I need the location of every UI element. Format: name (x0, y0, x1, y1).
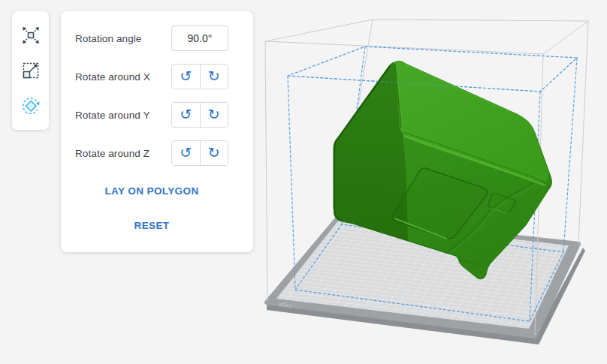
rotate-tool-button[interactable] (18, 93, 44, 119)
rotate-x-cw-button[interactable]: ↻ (201, 65, 228, 89)
rotate-z-ccw-button[interactable]: ↺ (172, 141, 201, 165)
rotate-z-cw-button[interactable]: ↻ (201, 141, 228, 165)
rotate-z-buttons: ↺ ↻ (171, 140, 228, 166)
scale-icon (20, 60, 41, 81)
rotate-z-label: Rotate around Z (75, 148, 149, 159)
rotation-angle-label: Rotation angle (75, 33, 141, 44)
rotation-panel: Rotation angle Rotate around X ↺ ↻ Rotat… (61, 11, 253, 252)
reset-button[interactable]: RESET (75, 220, 228, 231)
rotation-angle-row: Rotation angle (75, 26, 228, 51)
rotation-angle-input[interactable] (171, 26, 228, 51)
lay-on-polygon-button[interactable]: LAY ON POLYGON (75, 185, 228, 197)
rotate-y-ccw-button[interactable]: ↺ (172, 103, 201, 127)
move-tool-button[interactable] (18, 23, 44, 48)
rotate-y-label: Rotate around Y (75, 110, 150, 121)
rotate-y-row: Rotate around Y ↺ ↻ (75, 102, 228, 128)
rotate-y-buttons: ↺ ↻ (171, 102, 228, 128)
rotate-x-buttons: ↺ ↻ (171, 64, 228, 89)
rotate-x-label: Rotate around X (75, 71, 150, 83)
transform-toolbar (12, 11, 49, 130)
app-window: nDev (0, 0, 607, 364)
scale-tool-button[interactable] (18, 58, 44, 83)
rotate-icon-active (20, 95, 42, 117)
rotate-x-row: Rotate around X ↺ ↻ (75, 64, 228, 89)
move-icon (20, 25, 41, 46)
rotate-y-cw-button[interactable]: ↻ (201, 103, 228, 127)
rotate-z-row: Rotate around Z ↺ ↻ (75, 140, 228, 166)
rotate-x-ccw-button[interactable]: ↺ (172, 65, 201, 89)
